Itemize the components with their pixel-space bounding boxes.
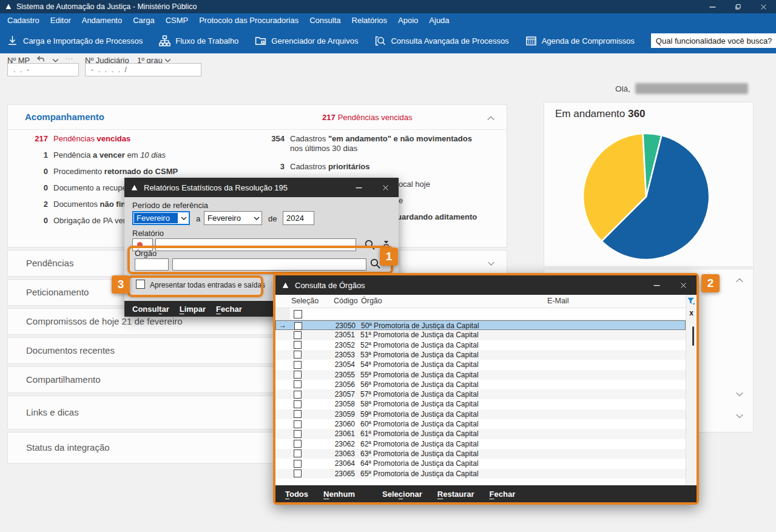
column-email[interactable]: E-Mail — [547, 297, 569, 305]
orgao-row-23056[interactable]: 2305656ª Promotoria de Justiça da Capita… — [275, 380, 686, 389]
year-input[interactable]: 2024 — [283, 211, 314, 225]
menu-relatorios[interactable]: Relatórios — [346, 13, 393, 28]
row-checkbox[interactable] — [294, 460, 302, 468]
stat-row[interactable]: 0Procedimento retornado do CSMP — [21, 167, 178, 177]
menu-ajuda[interactable]: Ajuda — [423, 13, 454, 28]
toolbar-carga-e-importacao-de-processos[interactable]: Carga e Importação de Processos — [7, 35, 143, 47]
collapse-chevron-up-icon[interactable] — [735, 275, 744, 285]
orgao-row-23062[interactable]: 2306262ª Promotoria de Justiça da Capita… — [275, 439, 686, 449]
orgao-name-input[interactable] — [172, 258, 366, 271]
row-checkbox[interactable] — [294, 450, 302, 457]
minimize-button[interactable] — [345, 178, 372, 197]
filter-funnel-icon[interactable] — [687, 297, 696, 305]
minimize-button[interactable] — [700, 0, 725, 13]
menu-andamento[interactable]: Andamento — [76, 13, 128, 28]
button-restaurar[interactable]: Restaurar — [437, 490, 474, 499]
stat-row[interactable]: 3Cadastros prioritários — [258, 162, 370, 172]
expand-chevron-down-icon[interactable] — [487, 259, 496, 268]
scrollbar-thumb[interactable] — [692, 326, 694, 346]
toolbar-gerenciador-de-arquivos[interactable]: Gerenciador de Arquivos — [255, 35, 358, 47]
close-button[interactable] — [751, 0, 776, 13]
todas-entradas-checkbox[interactable] — [136, 280, 145, 289]
more-options-icon[interactable]: ⋯ — [65, 53, 74, 63]
minimize-button[interactable] — [643, 275, 670, 295]
close-button[interactable] — [372, 178, 399, 197]
menu-cadastro[interactable]: Cadastro — [2, 13, 45, 28]
toolbar-items: Carga e Importação de ProcessosFluxo de … — [7, 35, 651, 47]
orgao-code: 23058 — [310, 400, 355, 408]
column-orgao[interactable]: Órgão — [361, 297, 382, 305]
row-checkbox[interactable] — [294, 440, 302, 448]
orgao-row-23061[interactable]: 2306161ª Promotoria de Justiça da Capita… — [275, 429, 686, 439]
menu-apoio[interactable]: Apoio — [393, 13, 423, 28]
row-checkbox[interactable] — [294, 322, 302, 330]
orgao-code: 23062 — [310, 440, 355, 448]
orgao-row-23053[interactable]: 2305353ª Promotoria de Justiça da Capita… — [275, 350, 686, 360]
collapse-chevron-up-icon[interactable] — [486, 113, 496, 123]
stat-row[interactable]: 0Obrigação de PA vencida — [21, 216, 142, 226]
menu-carga[interactable]: Carga — [127, 13, 160, 28]
orgao-row-23057[interactable]: 2305757ª Promotoria de Justiça da Capita… — [275, 389, 686, 399]
report-input[interactable] — [155, 238, 356, 251]
stat-row[interactable]: 1Pendência a vencer em 10 dias — [21, 150, 166, 160]
orgao-row-23065[interactable]: 2306565ª Promotoria de Justiça da Capita… — [275, 469, 686, 479]
button-fechar[interactable]: Fechar — [216, 305, 242, 314]
maximize-button[interactable] — [725, 0, 751, 13]
menu-consulta[interactable]: Consulta — [304, 13, 346, 28]
button-consultar[interactable]: Consultar — [132, 305, 169, 314]
row-checkbox[interactable] — [294, 380, 302, 388]
row-checkbox[interactable] — [294, 371, 302, 379]
row-checkbox[interactable] — [294, 400, 302, 408]
expand-chevron-down-icon[interactable] — [735, 411, 744, 421]
orgao-row-23050[interactable]: →2305050ª Promotoria de Justiça da Capit… — [275, 320, 686, 330]
toolbar-fluxo-de-trabalho[interactable]: Fluxo de Trabalho — [159, 35, 238, 47]
mp-number-input[interactable]: . . - — [7, 63, 79, 76]
orgao-row-23058[interactable]: 2305858ª Promotoria de Justiça da Capita… — [275, 399, 686, 409]
toolbar-agenda-de-compromissos[interactable]: Agenda de Compromissos — [525, 35, 635, 47]
search-report-icon[interactable] — [364, 239, 376, 251]
button-nenhum[interactable]: Nenhum — [323, 490, 355, 499]
row-checkbox[interactable] — [294, 420, 302, 428]
row-checkbox[interactable] — [294, 470, 302, 477]
acompanhamento-title[interactable]: Acompanhamento — [25, 112, 104, 122]
orgao-code-input[interactable] — [135, 258, 169, 271]
orgao-row-23051[interactable]: 2305151ª Promotoria de Justiça da Capita… — [275, 330, 686, 340]
orgao-row-23052[interactable]: 2305252ª Promotoria de Justiça da Capita… — [275, 340, 686, 350]
button-todos[interactable]: Todos — [285, 490, 308, 499]
button-fechar[interactable]: Fechar — [490, 490, 516, 499]
dialog-relatorios-titlebar[interactable]: Relatórios Estatísticos da Resolução 195 — [124, 178, 399, 197]
button-selecionar[interactable]: Selecionar — [382, 490, 422, 499]
stat-row[interactable]: 217Pendências vencidas — [21, 134, 130, 144]
month-to-select[interactable]: Fevereiro — [204, 211, 262, 225]
expand-chevron-down-icon[interactable] — [735, 389, 744, 399]
orgao-row-23059[interactable]: 2305959ª Promotoria de Justiça da Capita… — [275, 409, 686, 419]
row-checkbox[interactable] — [294, 430, 302, 438]
dialog-orgaos-titlebar[interactable]: Consulta de Órgãos — [275, 275, 697, 295]
clear-filter-button[interactable]: x — [686, 309, 697, 317]
menu-csmp[interactable]: CSMP — [160, 13, 194, 28]
stat-row[interactable]: 354Cadastros "em andamento" e não movime… — [258, 134, 478, 153]
button-limpar[interactable]: Limpar — [180, 305, 206, 314]
judicial-number-input[interactable]: - . . . . / — [85, 63, 201, 76]
orgao-row-23060[interactable]: 2306060ª Promotoria de Justiça da Capita… — [275, 419, 686, 429]
menu-editor[interactable]: Editor — [45, 13, 76, 28]
close-button[interactable] — [670, 275, 697, 295]
row-checkbox[interactable] — [294, 391, 302, 399]
row-checkbox[interactable] — [294, 361, 302, 369]
toolbar-consulta-avancada-de-processos[interactable]: Consulta Avançada de Processos — [374, 35, 508, 47]
orgao-row-23064[interactable]: 2306464ª Promotoria de Justiça da Capita… — [275, 459, 686, 468]
row-checkbox[interactable] — [294, 331, 302, 339]
row-checkbox[interactable] — [294, 351, 302, 359]
month-from-select[interactable]: Fevereiro — [132, 211, 190, 225]
menu-protocolo-das-procuradorias[interactable]: Protocolo das Procuradorias — [194, 13, 304, 28]
orgao-row-23055[interactable]: 2305555ª Promotoria de Justiça da Capita… — [275, 370, 686, 380]
select-all-checkbox[interactable] — [294, 310, 302, 318]
stat-row[interactable]: 0Documento a recuperar — [21, 183, 137, 193]
column-selecao[interactable]: Seleção — [291, 297, 319, 305]
row-checkbox[interactable] — [294, 341, 302, 349]
orgao-row-23063[interactable]: 2306363ª Promotoria de Justiça da Capita… — [275, 449, 686, 459]
row-checkbox[interactable] — [294, 410, 302, 418]
search-input[interactable] — [651, 33, 776, 48]
column-codigo[interactable]: Código — [334, 297, 358, 305]
orgao-row-23054[interactable]: 2305454ª Promotoria de Justiça da Capita… — [275, 360, 686, 369]
